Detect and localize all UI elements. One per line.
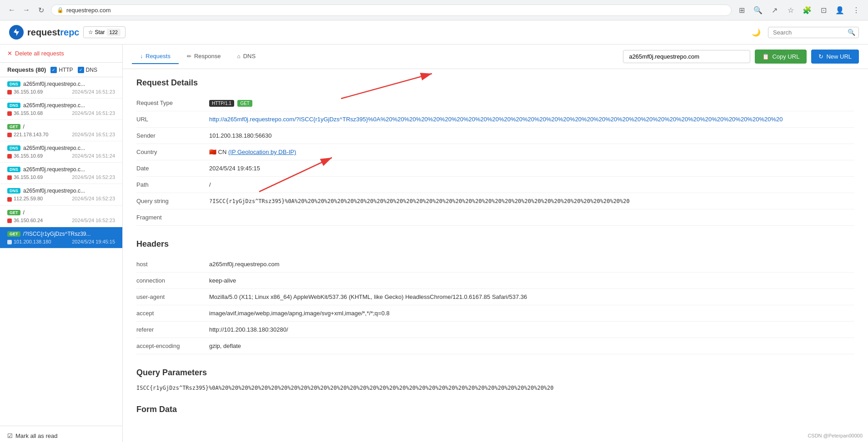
field-key: Fragment [136, 209, 209, 226]
field-value: 🇨🇳 CN (IP Geolocation by DB-IP) [209, 144, 854, 160]
item-name: a265mf0j.requestrepo.c... [23, 102, 85, 109]
list-item[interactable]: DNS a265mf0j.requestrepo.c... 36.155.10.… [0, 141, 122, 163]
dns-filter[interactable]: ✓ DNS [78, 67, 97, 73]
field-value [209, 209, 854, 226]
item-time: 2024/5/24 16:52:23 [72, 196, 115, 201]
item-title: DNS a265mf0j.requestrepo.c... [7, 188, 115, 194]
star-count: 122 [107, 29, 120, 36]
field-value: http://a265mf0j.requestrepo.com/?ISCC{r1… [209, 111, 854, 128]
table-row: host a265mf0j.requestrepo.com [136, 256, 854, 273]
back-button[interactable]: ← [5, 4, 18, 16]
zoom-icon[interactable]: 🔍 [752, 4, 764, 16]
translate-icon[interactable]: ⊞ [735, 4, 748, 16]
mark-all-read-button[interactable]: ☑ Mark all as read [7, 432, 57, 439]
item-title: DNS a265mf0j.requestrepo.c... [7, 145, 115, 151]
item-ip: 36.155.10.69 [7, 89, 43, 94]
field-key: URL [136, 111, 209, 128]
mark-all-read-label: Mark all as read [15, 432, 57, 439]
tab-requests[interactable]: ↓ Requests [132, 49, 179, 64]
field-key: Date [136, 160, 209, 177]
search-container: 🔍 [768, 27, 859, 38]
list-item[interactable]: GET / 36.150.60.24 2024/5/24 16:52:23 [0, 206, 122, 227]
split-view-icon[interactable]: ⊡ [817, 4, 830, 16]
item-meta: 36.155.10.68 2024/5/24 16:51:23 [7, 110, 115, 116]
status-indicator [7, 219, 12, 223]
list-item[interactable]: DNS a265mf0j.requestrepo.c... 112.25.59.… [0, 184, 122, 205]
search-input[interactable] [768, 27, 859, 38]
profile-icon[interactable]: 👤 [833, 4, 846, 16]
item-meta: 36.155.10.69 2024/5/24 16:51:23 [7, 89, 115, 94]
response-tab-label: Response [194, 53, 221, 60]
browser-nav-buttons: ← → ↻ [5, 4, 47, 16]
item-name: / [23, 124, 25, 130]
request-details-table: Request Type HTTP/1.1 GET URL http://a26… [136, 95, 854, 226]
item-ip: 101.200.138.180 [7, 239, 51, 244]
list-item[interactable]: GET /?ISCC{r1yGjDzs^TRsz39... 101.200.13… [0, 227, 122, 248]
table-row: referer http://101.200.138.180:30280/ [136, 322, 854, 338]
item-title: DNS a265mf0j.requestrepo.c... [7, 102, 115, 109]
dns-tag: DNS [7, 103, 20, 108]
query-string-value: ?ISCC{r1yGjDzs^TRsz395}%0A%20%20%20%20%2… [209, 198, 630, 204]
tab-dns[interactable]: ⌂ DNS [229, 49, 264, 64]
status-indicator [7, 197, 12, 202]
geolocation-link[interactable]: (IP Geolocation by DB-IP) [228, 149, 296, 155]
menu-icon[interactable]: ⋮ [850, 4, 863, 16]
url-value[interactable]: http://a265mf0j.requestrepo.com/?ISCC{r1… [209, 116, 783, 123]
http-filter[interactable]: ✓ HTTP [50, 67, 73, 73]
dns-checkbox[interactable]: ✓ [78, 67, 84, 73]
status-indicator [7, 133, 12, 137]
copy-url-button[interactable]: 📋 Copy URL [755, 50, 807, 64]
item-name: a265mf0j.requestrepo.c... [23, 188, 85, 194]
list-item[interactable]: GET / 221.178.143.70 2024/5/24 16:51:23 [0, 120, 122, 141]
app-logo: requestrepc ☆ Star 122 [9, 25, 125, 40]
status-indicator [7, 90, 12, 94]
item-time: 2024/5/24 16:51:23 [72, 110, 115, 116]
delete-all-button[interactable]: ✕ Delete all requests [7, 50, 64, 57]
new-url-button[interactable]: ↻ New URL [811, 50, 859, 64]
field-key: Country [136, 144, 209, 160]
bookmark-icon[interactable]: ☆ [784, 4, 797, 16]
logo-text-plain: request [27, 27, 60, 37]
item-name: / [23, 209, 25, 216]
table-row: Sender 101.200.138.180:56630 [136, 128, 854, 144]
dns-tag: DNS [7, 81, 20, 87]
url-field[interactable] [623, 50, 750, 63]
forward-button[interactable]: → [20, 4, 33, 16]
list-item[interactable]: DNS a265mf0j.requestrepo.c... 36.155.10.… [0, 99, 122, 120]
field-key: Request Type [136, 95, 209, 111]
item-ip: 112.25.59.80 [7, 196, 43, 201]
field-value: 2024/5/24 19:45:15 [209, 160, 854, 177]
list-item[interactable]: DNS a265mf0j.requestrepo.c... 36.155.10.… [0, 77, 122, 99]
share-icon[interactable]: ↗ [768, 4, 781, 16]
refresh-icon: ↻ [818, 53, 823, 60]
content-header: ↓ Requests ✏ Response ⌂ DNS 📋 Copy URL [123, 45, 868, 69]
status-indicator [7, 154, 12, 159]
header-key: user-agent [136, 289, 209, 305]
form-data-title: Form Data [136, 405, 854, 414]
extensions-icon[interactable]: 🧩 [801, 4, 813, 16]
dark-mode-icon[interactable]: 🌙 [752, 28, 761, 37]
logo-text: requestrepc [27, 27, 80, 38]
header-value: Mozilla/5.0 (X11; Linux x86_64) AppleWeb… [209, 289, 854, 305]
dns-tag: DNS [7, 167, 20, 172]
header-value: gzip, deflate [209, 338, 854, 354]
header-key: connection [136, 273, 209, 289]
sidebar-actions: ✕ Delete all requests [0, 45, 122, 63]
item-title: GET /?ISCC{r1yGjDzs^TRsz39... [7, 231, 115, 237]
list-item[interactable]: DNS a265mf0j.requestrepo.c... 36.155.10.… [0, 163, 122, 184]
request-details: Request Details Request Type HTTP/1.1 GE… [123, 69, 868, 431]
http-badge: HTTP/1.1 [209, 100, 234, 107]
address-bar[interactable]: 🔒 requestrepo.com [51, 5, 732, 16]
country-flag: 🇨🇳 [209, 149, 216, 155]
star-button[interactable]: ☆ Star 122 [83, 26, 125, 38]
tab-response[interactable]: ✏ Response [179, 49, 229, 64]
item-meta: 221.178.143.70 2024/5/24 16:51:23 [7, 132, 115, 137]
sidebar-footer: ☑ Mark all as read [0, 426, 122, 442]
refresh-button[interactable]: ↻ [35, 4, 47, 16]
item-name: a265mf0j.requestrepo.c... [23, 81, 85, 87]
item-name: a265mf0j.requestrepo.c... [23, 166, 85, 173]
table-row: user-agent Mozilla/5.0 (X11; Linux x86_6… [136, 289, 854, 305]
http-checkbox[interactable]: ✓ [50, 67, 57, 73]
get-badge: GET [237, 100, 252, 107]
item-title: DNS a265mf0j.requestrepo.c... [7, 166, 115, 173]
